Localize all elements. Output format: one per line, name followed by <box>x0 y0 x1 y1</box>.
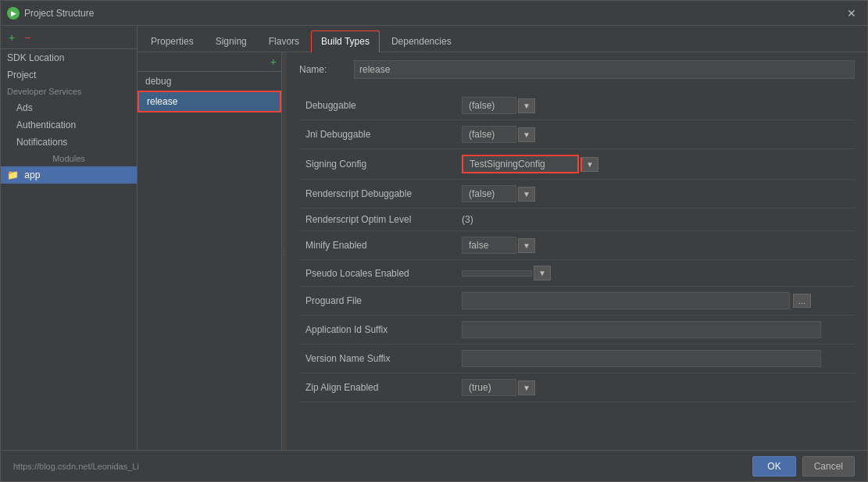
build-add-button[interactable]: + <box>270 55 277 68</box>
proguard-file-control: ... <box>462 292 848 309</box>
debuggable-arrow[interactable]: ▼ <box>518 98 535 113</box>
value-renderscript-debuggable: (false) ▼ <box>455 180 855 209</box>
jni-debuggable-dropdown: (false) ▼ <box>462 126 848 143</box>
tabs-area: Properties Signing Flavors Build Types D… <box>138 26 867 450</box>
row-zip-align-enabled: Zip Align Enabled (true) ▼ <box>299 373 855 402</box>
tabs-header: Properties Signing Flavors Build Types D… <box>138 26 867 52</box>
properties-table: Debuggable (false) ▼ Jni De <box>299 91 855 402</box>
build-item-release[interactable]: release <box>138 91 281 112</box>
ok-button[interactable]: OK <box>752 456 795 477</box>
sidebar-item-project[interactable]: Project <box>1 66 137 84</box>
build-list: + debug release <box>138 52 282 450</box>
project-structure-dialog: ▶ Project Structure ✕ + − SDK Location P… <box>0 0 868 482</box>
tab-build-types[interactable]: Build Types <box>311 30 380 52</box>
application-id-suffix-input[interactable] <box>462 321 821 338</box>
name-input[interactable] <box>354 60 855 79</box>
zip-align-dropdown: (true) ▼ <box>462 379 848 396</box>
footer: https://blog.csdn.net/Leonidas_Li OK Can… <box>1 450 867 481</box>
label-zip-align-enabled: Zip Align Enabled <box>299 373 455 402</box>
tab-dependencies[interactable]: Dependencies <box>381 30 462 52</box>
label-version-name-suffix: Version Name Suffix <box>299 345 455 373</box>
sidebar-item-notifications[interactable]: Notifications <box>1 134 137 151</box>
title-bar: ▶ Project Structure ✕ <box>1 1 867 26</box>
sidebar-item-ads[interactable]: Ads <box>1 99 137 116</box>
value-zip-align-enabled: (true) ▼ <box>455 373 855 402</box>
renderscript-debuggable-dropdown: (false) ▼ <box>462 185 848 202</box>
app-icon: ▶ <box>7 7 20 20</box>
name-row: Name: <box>299 60 855 79</box>
zip-align-value: (true) <box>462 379 516 396</box>
sidebar-section-developer-services: Developer Services <box>1 84 137 99</box>
add-button[interactable]: + <box>5 30 18 45</box>
label-renderscript-optim: Renderscript Optim Level <box>299 209 455 231</box>
build-item-debug[interactable]: debug <box>138 72 281 91</box>
sidebar-item-app[interactable]: 📁 app <box>1 166 137 184</box>
remove-button[interactable]: − <box>21 30 34 45</box>
label-application-id-suffix: Application Id Suffix <box>299 316 455 345</box>
value-version-name-suffix <box>455 345 855 373</box>
proguard-file-input[interactable] <box>462 292 790 309</box>
value-application-id-suffix <box>455 316 855 345</box>
cancel-button[interactable]: Cancel <box>802 456 855 477</box>
close-button[interactable]: ✕ <box>842 5 861 21</box>
minify-enabled-dropdown: false ▼ <box>462 237 848 254</box>
row-signing-config: Signing Config TestSigningConfig ▼ <box>299 149 855 180</box>
build-list-header: + <box>138 52 281 72</box>
footer-url: https://blog.csdn.net/Leonidas_Li <box>13 462 139 471</box>
properties-panel: Name: Debuggable (false) <box>287 52 867 450</box>
signing-config-value: TestSigningConfig <box>462 155 579 173</box>
row-minify-enabled: Minify Enabled false ▼ <box>299 231 855 260</box>
tab-flavors[interactable]: Flavors <box>259 30 309 52</box>
pseudo-locales-dropdown: ▼ <box>462 266 848 280</box>
minify-enabled-arrow[interactable]: ▼ <box>518 238 535 253</box>
sidebar-item-authentication[interactable]: Authentication <box>1 116 137 134</box>
minify-enabled-value: false <box>462 237 516 254</box>
jni-debuggable-arrow[interactable]: ▼ <box>518 127 535 142</box>
label-renderscript-debuggable: Renderscript Debuggable <box>299 180 455 209</box>
row-renderscript-optim: Renderscript Optim Level (3) <box>299 209 855 231</box>
signing-config-dropdown: TestSigningConfig ▼ <box>462 155 848 173</box>
renderscript-debuggable-arrow[interactable]: ▼ <box>518 187 535 202</box>
value-signing-config: TestSigningConfig ▼ <box>455 149 855 180</box>
main-content: + − SDK Location Project Developer Servi… <box>1 26 867 450</box>
debuggable-dropdown: (false) ▼ <box>462 97 848 114</box>
value-pseudo-locales: ▼ <box>455 260 855 287</box>
label-proguard-file: Proguard File <box>299 287 455 316</box>
renderscript-debuggable-value: (false) <box>462 185 516 202</box>
zip-align-arrow[interactable]: ▼ <box>518 380 535 395</box>
sidebar-modules-label: Modules <box>1 151 137 166</box>
proguard-browse-button[interactable]: ... <box>793 294 811 308</box>
signing-config-arrow[interactable]: ▼ <box>580 157 598 172</box>
value-debuggable: (false) ▼ <box>455 91 855 120</box>
dialog-title: Project Structure <box>24 8 94 19</box>
debuggable-value: (false) <box>462 97 516 114</box>
label-minify-enabled: Minify Enabled <box>299 231 455 260</box>
sidebar: + − SDK Location Project Developer Servi… <box>1 26 138 450</box>
label-pseudo-locales: Pseudo Locales Enabled <box>299 260 455 287</box>
jni-debuggable-value: (false) <box>462 126 516 143</box>
footer-buttons: OK Cancel <box>752 456 855 477</box>
pseudo-locales-value <box>462 270 532 277</box>
sidebar-toolbar: + − <box>1 26 137 49</box>
label-signing-config: Signing Config <box>299 149 455 180</box>
version-name-suffix-input[interactable] <box>462 350 821 367</box>
tab-properties[interactable]: Properties <box>141 30 204 52</box>
label-debuggable: Debuggable <box>299 91 455 120</box>
row-proguard-file: Proguard File ... <box>299 287 855 316</box>
tab-signing[interactable]: Signing <box>205 30 257 52</box>
row-debuggable: Debuggable (false) ▼ <box>299 91 855 120</box>
row-version-name-suffix: Version Name Suffix <box>299 345 855 373</box>
row-jni-debuggable: Jni Debuggable (false) ▼ <box>299 120 855 149</box>
pseudo-locales-arrow[interactable]: ▼ <box>534 266 551 280</box>
value-proguard-file: ... <box>455 287 855 316</box>
row-renderscript-debuggable: Renderscript Debuggable (false) ▼ <box>299 180 855 209</box>
row-application-id-suffix: Application Id Suffix <box>299 316 855 345</box>
label-jni-debuggable: Jni Debuggable <box>299 120 455 149</box>
value-minify-enabled: false ▼ <box>455 231 855 260</box>
sidebar-item-sdk-location[interactable]: SDK Location <box>1 49 137 66</box>
row-pseudo-locales: Pseudo Locales Enabled ▼ <box>299 260 855 287</box>
value-jni-debuggable: (false) ▼ <box>455 120 855 149</box>
tab-content: + debug release ⋮ Name: <box>138 52 867 450</box>
name-label: Name: <box>299 64 346 75</box>
value-renderscript-optim: (3) <box>455 209 855 231</box>
